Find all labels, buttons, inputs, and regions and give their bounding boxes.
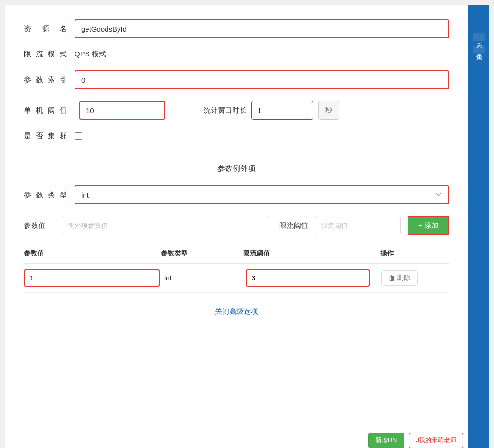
resource-name-row: 资源名	[24, 19, 449, 38]
param-type-label: 参数类型	[24, 191, 67, 200]
table-row: int 🗑 删除	[24, 264, 449, 293]
section-divider	[24, 152, 449, 152]
sidebar-right: 关 否集	[468, 5, 489, 448]
sidebar-cluster-btn[interactable]: 否集	[473, 46, 485, 53]
cell-action: 🗑 删除	[381, 270, 449, 286]
close-advanced-link-container: 关闭高级选项	[24, 307, 449, 316]
param-index-label: 参数索引	[24, 75, 67, 85]
exception-section-title: 参数例外项	[24, 164, 449, 174]
param-index-input[interactable]	[75, 70, 449, 89]
trash-icon: 🗑	[388, 274, 395, 282]
param-value-input[interactable]	[62, 216, 268, 235]
stat-window-label: 统计窗口时长	[204, 106, 247, 115]
rate-limit-mode-row: 限流模式 QPS 模式	[24, 50, 449, 59]
th-limit-val: 限流阈值	[243, 249, 380, 258]
stat-window-unit: 秒	[318, 101, 339, 120]
rate-limit-mode-value: QPS 模式	[75, 50, 106, 59]
is-cluster-row: 是否集群	[24, 131, 449, 140]
single-threshold-group: 单机阈值	[24, 101, 165, 120]
single-threshold-label: 单机阈值	[24, 106, 67, 115]
close-advanced-link[interactable]: 关闭高级选项	[215, 307, 258, 315]
bottom-bar: 新增DN J我的宋萌老师	[368, 433, 463, 448]
is-cluster-checkbox[interactable]	[75, 132, 82, 140]
param-add-row: 参数值 限流阈值 + 添加	[24, 216, 449, 235]
stat-window-input[interactable]	[251, 101, 313, 120]
threshold-row: 单机阈值 统计窗口时长 秒	[24, 101, 449, 120]
is-cluster-label: 是否集群	[24, 131, 67, 140]
delete-button[interactable]: 🗑 删除	[381, 270, 418, 286]
row-param-val-input[interactable]	[24, 269, 160, 287]
single-threshold-input[interactable]	[79, 101, 165, 120]
main-content: 资源名 限流模式 QPS 模式 参数索引 单机阈值 统计窗口时长 秒	[5, 5, 468, 448]
cell-param-type: int	[164, 274, 246, 282]
modal-wrapper: 资源名 限流模式 QPS 模式 参数索引 单机阈值 统计窗口时长 秒	[5, 5, 489, 448]
th-action: 操作	[380, 249, 449, 258]
delete-label: 删除	[397, 274, 410, 282]
cancel-button[interactable]: J我的宋萌老师	[409, 433, 464, 448]
add-button[interactable]: + 添加	[408, 216, 449, 235]
th-param-type: 参数类型	[161, 249, 243, 258]
stat-window-group: 统计窗口时长 秒	[204, 101, 339, 120]
cell-limit-val	[246, 269, 381, 287]
cell-param-val	[24, 269, 164, 287]
resource-name-label: 资源名	[24, 24, 67, 33]
table-header: 参数值 参数类型 限流阈值 操作	[24, 245, 449, 264]
new-dn-button[interactable]: 新增DN	[368, 433, 404, 448]
param-index-row: 参数索引	[24, 70, 449, 89]
resource-name-input[interactable]	[75, 19, 449, 38]
param-value-label: 参数值	[24, 221, 55, 230]
param-type-select[interactable]: int String long double float byte short …	[75, 185, 449, 204]
th-param-val: 参数值	[24, 249, 161, 258]
param-type-row: 参数类型 int String long double float byte s…	[24, 185, 449, 204]
rate-limit-mode-label: 限流模式	[24, 50, 67, 59]
limit-value-input[interactable]	[315, 216, 401, 235]
limit-value-label: 限流阈值	[279, 221, 308, 230]
row-limit-val-input[interactable]	[246, 269, 370, 287]
sidebar-close-btn[interactable]: 关	[473, 33, 485, 41]
